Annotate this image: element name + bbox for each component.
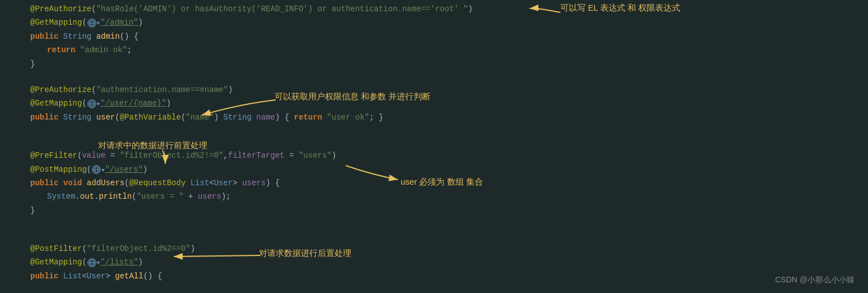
plain: ) [468,4,472,13]
dropdown-arrow-2: ▼ [97,102,100,107]
code-content-13: } [30,204,868,217]
callout-array-collection: user 必须为 数组 集合 [401,177,483,187]
code-line-1: @PreAuthorize("hasRole('ADMIN') or hasAu… [0,2,868,16]
code-content-10: @PostMapping( ▼"/users") [30,163,868,176]
globe-icon-4 [87,258,96,267]
code-content-6: @PreAuthorize("authentication.name==#nam… [30,84,868,96]
plain: ) [138,18,142,27]
url-users: "/users" [105,165,143,174]
code-content-4: return "admin ok"; [30,44,868,56]
code-line-5: } [0,57,868,71]
annotation-preauthorize: @PreAuthorize [30,4,91,13]
globe-icon-2 [87,99,96,108]
url-user-name: "/user/{name}" [100,99,166,108]
code-content-8: public String user(@PathVariable("name")… [30,111,868,123]
globe-icon [87,19,96,28]
code-content-5: } [30,58,868,70]
code-line-8: public String user(@PathVariable("name")… [0,111,868,124]
callout-postfilter: 对请求数据进行后置处理 [259,248,351,259]
code-content-15: @GetMapping( ▼"/lists") [30,256,868,268]
code-line-empty5 [0,230,868,242]
code-line-15: @GetMapping( ▼"/lists") [0,255,868,269]
code-line-10: @PostMapping( ▼"/users") [0,163,868,176]
callout-auth-info: 可以获取用户权限信息 和参数 并进行判断 [275,91,430,102]
code-line-12: System.out.println("users = " + users); [0,190,868,203]
plain: ( [82,18,86,27]
str-admin-ok: "admin ok" [80,45,127,54]
fn-admin: admin [96,32,120,41]
watermark: CSDN @小那么小小猿 [775,275,855,285]
annotation-getmapping2: @GetMapping [30,99,82,108]
code-line-empty1 [0,71,868,83]
code-content-7: @GetMapping( ▼"/user/{name}") [30,97,868,109]
globe-icon-3 [92,165,101,174]
code-line-7: @GetMapping( ▼"/user/{name}") [0,97,868,110]
str: "hasRole('ADMIN') or hasAuthority('READ_… [96,4,468,13]
code-line-3: public String admin() { [0,30,868,43]
code-line-4: return "admin ok"; [0,43,868,57]
code-content-1: @PreAuthorize("hasRole('ADMIN') or hasAu… [30,3,868,15]
code-content-3: public String admin() { [30,30,868,43]
code-line-2: @GetMapping( ▼"/admin") [0,16,868,29]
annotation-getmapping: @GetMapping [30,18,82,27]
code-line-empty2 [0,124,868,136]
kw-return: return [47,45,75,54]
type-string: String [63,32,91,41]
code-line-6: @PreAuthorize("authentication.name==#nam… [0,83,868,97]
code-line-13: } [0,204,868,217]
callout-el-expression: 可以写 EL 表达式 和 权限表达式 [560,3,680,13]
code-content-16: public List<User> getAll() { [30,270,868,282]
dropdown-arrow-3: ▼ [101,168,104,173]
plain: ( [91,4,96,13]
callout-prefilter: 对请求中的数据进行前置处理 [98,140,207,151]
code-content-9: @PreFilter(value = "filterObject.id%2!=0… [30,149,868,162]
code-line-14: @PostFilter("filterObject.id%2==0") [0,242,868,255]
code-line-empty4 [0,217,868,230]
code-content-2: @GetMapping( ▼"/admin") [30,16,868,29]
url-admin: "/admin" [100,18,138,27]
code-content-12: System.out.println("users = " + users); [30,190,868,203]
str-auth-name: "authentication.name==#name" [96,85,228,94]
dropdown-arrow-4: ▼ [97,260,100,266]
kw-public: public [30,32,58,41]
code-content-14: @PostFilter("filterObject.id%2==0") [30,242,868,255]
code-line-16: public List<User> getAll() { [0,269,868,283]
annotation-preauthorize2: @PreAuthorize [30,85,91,94]
url-lists: "/lists" [100,258,138,267]
dropdown-arrow: ▼ [97,21,100,26]
